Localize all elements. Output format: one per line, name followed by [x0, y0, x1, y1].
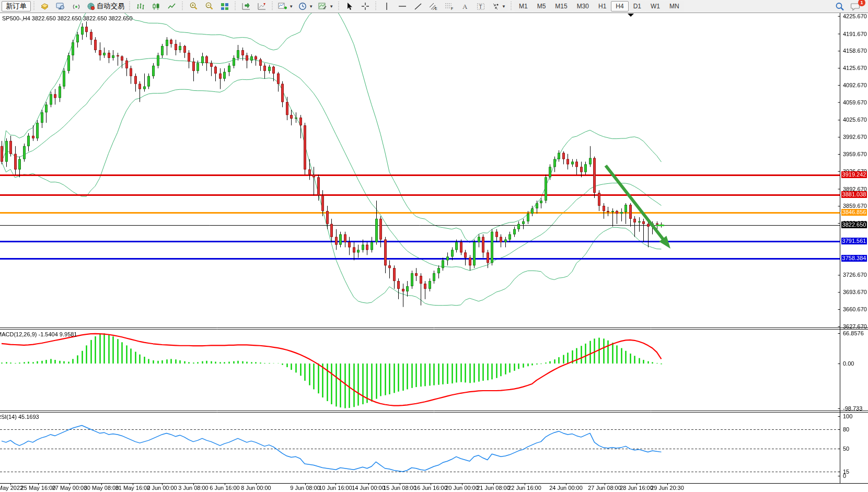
timeframe-button-H1[interactable]: H1	[594, 1, 611, 11]
toolbar-grip[interactable]	[234, 2, 237, 11]
chart-canvas[interactable]	[0, 0, 868, 492]
toolbar-grip[interactable]	[32, 2, 36, 11]
toolbar-grip[interactable]	[510, 2, 513, 11]
text-tool-icon[interactable]: A	[458, 1, 472, 12]
auto-scroll-icon[interactable]	[239, 1, 253, 12]
timeframe-button-D1[interactable]: D1	[629, 1, 646, 11]
toolbar-grip[interactable]	[374, 2, 378, 11]
zoom-in-icon[interactable]	[186, 1, 201, 12]
tile-windows-icon[interactable]	[217, 1, 232, 12]
timeframe-button-H4[interactable]: H4	[611, 1, 628, 11]
new-order-button[interactable]: 新订单	[2, 1, 31, 11]
add-indicator-button[interactable]: ▼	[276, 1, 295, 11]
svg-text:F: F	[451, 7, 453, 10]
toolbar: 新订单 自动交易	[0, 0, 868, 13]
zoom-out-icon[interactable]	[202, 1, 216, 12]
terminal-icon[interactable]	[53, 1, 68, 12]
add-indicator-caret[interactable]: ▼	[289, 4, 293, 9]
toolbar-grip[interactable]	[271, 2, 274, 11]
trading-terminal-window: 新订单 自动交易	[0, 0, 868, 492]
svg-text:A: A	[462, 3, 468, 10]
strategy-signal-icon[interactable]	[69, 1, 84, 12]
timeframe-button-M30[interactable]: M30	[572, 1, 594, 11]
equidistant-channel-tool-icon[interactable]: E	[426, 1, 441, 12]
auto-trading-label: 自动交易	[97, 2, 124, 11]
candlestick-mode-icon[interactable]	[149, 1, 164, 12]
toolbar-grip[interactable]	[337, 2, 341, 11]
timeframe-button-W1[interactable]: W1	[646, 1, 665, 11]
vertical-line-tool-icon[interactable]	[379, 1, 394, 12]
notifications-icon[interactable]: 1	[848, 1, 863, 12]
text-label-tool-icon[interactable]: T	[473, 1, 488, 12]
search-icon[interactable]	[832, 1, 847, 12]
new-chart-icon[interactable]	[38, 1, 52, 12]
svg-text:E: E	[435, 7, 437, 10]
auto-trading-button[interactable]: 自动交易	[85, 1, 126, 11]
line-chart-mode-icon[interactable]	[165, 1, 179, 12]
timeframe-button-M5[interactable]: M5	[533, 1, 551, 11]
trendline-tool-icon[interactable]	[411, 1, 425, 12]
fibonacci-tool-icon[interactable]: F	[442, 1, 457, 12]
timeframe-group: M1M5M15M30H1H4D1W1MN	[514, 1, 684, 11]
chart-shift-icon[interactable]	[254, 1, 269, 12]
timeframe-button-M1[interactable]: M1	[514, 1, 533, 11]
horizontal-line-tool-icon[interactable]	[395, 1, 410, 12]
crosshair-icon[interactable]	[358, 1, 373, 12]
auto-trading-icon	[87, 3, 95, 10]
timeframe-button-M15[interactable]: M15	[550, 1, 572, 11]
periods-button[interactable]: ▼	[296, 1, 315, 11]
templates-button[interactable]: ▼	[316, 1, 335, 11]
periods-caret[interactable]: ▼	[309, 4, 313, 9]
bar-chart-mode-icon[interactable]	[133, 1, 148, 12]
arrows-tool-caret[interactable]: ▼	[502, 4, 506, 9]
notification-badge[interactable]: 1	[858, 0, 865, 6]
arrows-tool-button[interactable]: ▼	[489, 1, 508, 11]
toolbar-grip[interactable]	[181, 2, 184, 11]
templates-caret[interactable]: ▼	[329, 4, 333, 9]
svg-text:T: T	[479, 4, 482, 9]
timeframe-button-MN[interactable]: MN	[665, 1, 684, 11]
cursor-icon[interactable]	[342, 1, 357, 12]
toolbar-grip[interactable]	[128, 2, 132, 11]
